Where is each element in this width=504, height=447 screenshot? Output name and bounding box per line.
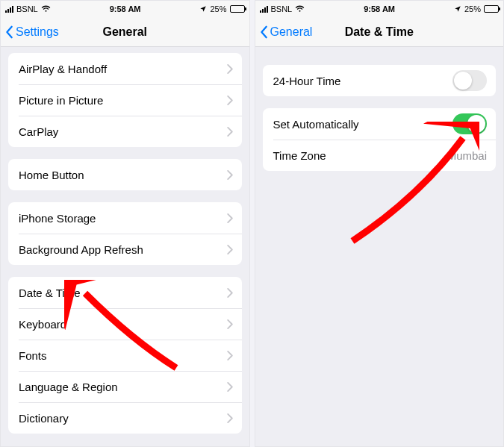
status-bar: BSNL 9:58 AM 25%	[1, 1, 249, 17]
row-carplay[interactable]: CarPlay	[8, 116, 242, 147]
chevron-right-icon	[227, 170, 233, 180]
chevron-right-icon	[227, 288, 233, 298]
screen-general: BSNL 9:58 AM 25% Settings General AirPla…	[0, 0, 250, 447]
row-24-hour-time: 24-Hour Time	[263, 65, 497, 96]
chevron-right-icon	[227, 382, 233, 392]
row-label: CarPlay	[19, 125, 58, 138]
settings-group: iPhone Storage Background App Refresh	[8, 202, 242, 265]
chevron-right-icon	[227, 245, 233, 254]
content-area: 24-Hour Time Set Automatically Time Zone…	[255, 47, 504, 446]
carrier-label: BSNL	[271, 4, 293, 13]
row-language-region[interactable]: Language & Region	[8, 371, 242, 402]
back-button[interactable]: General	[255, 25, 313, 39]
status-right: 25%	[454, 4, 499, 13]
chevron-left-icon	[5, 25, 14, 39]
clock-label: 9:58 AM	[110, 4, 141, 13]
screen-date-time: BSNL 9:58 AM 25% General Date & Time 24-…	[255, 0, 505, 447]
wifi-icon	[41, 5, 51, 13]
settings-group: Date & Time Keyboard Fonts Language & Re…	[8, 277, 242, 434]
row-label: 24-Hour Time	[273, 75, 341, 87]
chevron-right-icon	[227, 319, 233, 329]
row-fonts[interactable]: Fonts	[8, 340, 242, 371]
row-label: Picture in Picture	[19, 94, 103, 107]
chevron-left-icon	[260, 25, 269, 39]
carrier-label: BSNL	[16, 4, 38, 13]
nav-bar: General Date & Time	[255, 17, 504, 47]
row-label: Fonts	[19, 349, 47, 362]
back-label: Settings	[16, 25, 59, 39]
row-label: Date & Time	[19, 287, 81, 299]
settings-group: Home Button	[8, 159, 242, 190]
location-icon	[199, 5, 207, 13]
row-label: Background App Refresh	[19, 243, 143, 256]
battery-icon	[230, 5, 245, 13]
row-picture-in-picture[interactable]: Picture in Picture	[8, 84, 242, 116]
row-set-automatically: Set Automatically	[263, 108, 497, 140]
wifi-icon	[295, 5, 305, 13]
row-label: Language & Region	[19, 381, 118, 393]
battery-pct-label: 25%	[210, 4, 226, 13]
row-iphone-storage[interactable]: iPhone Storage	[8, 202, 242, 234]
cell-signal-icon	[5, 6, 13, 13]
chevron-right-icon	[227, 213, 233, 223]
toggle-set-automatically[interactable]	[452, 113, 487, 134]
back-label: General	[270, 25, 313, 39]
settings-group: Set Automatically Time Zone Mumbai	[263, 108, 497, 171]
settings-group: AirPlay & Handoff Picture in Picture Car…	[8, 53, 242, 147]
timezone-value: Mumbai	[447, 149, 487, 162]
settings-group: 24-Hour Time	[263, 65, 497, 96]
row-home-button[interactable]: Home Button	[8, 159, 242, 190]
clock-label: 9:58 AM	[364, 4, 395, 13]
row-label: Time Zone	[273, 149, 326, 162]
toggle-24-hour-time[interactable]	[452, 70, 487, 91]
row-background-app-refresh[interactable]: Background App Refresh	[8, 234, 242, 265]
row-time-zone[interactable]: Time Zone Mumbai	[263, 140, 497, 171]
status-left: BSNL	[5, 4, 51, 13]
chevron-right-icon	[227, 64, 233, 74]
row-airplay-handoff[interactable]: AirPlay & Handoff	[8, 53, 242, 84]
row-date-time[interactable]: Date & Time	[8, 277, 242, 308]
row-label: AirPlay & Handoff	[19, 63, 107, 75]
chevron-right-icon	[227, 96, 233, 105]
battery-pct-label: 25%	[464, 4, 481, 13]
chevron-right-icon	[227, 413, 233, 423]
content-area: AirPlay & Handoff Picture in Picture Car…	[1, 47, 249, 446]
row-keyboard[interactable]: Keyboard	[8, 308, 242, 340]
row-label: Home Button	[19, 169, 84, 181]
status-left: BSNL	[260, 4, 305, 13]
row-label: Keyboard	[19, 318, 66, 331]
row-dictionary[interactable]: Dictionary	[8, 402, 242, 434]
nav-bar: Settings General	[1, 17, 249, 47]
cell-signal-icon	[260, 6, 268, 13]
status-bar: BSNL 9:58 AM 25%	[255, 1, 504, 17]
status-right: 25%	[199, 4, 244, 13]
row-label: Dictionary	[19, 412, 69, 425]
back-button[interactable]: Settings	[1, 25, 59, 39]
location-icon	[454, 5, 461, 13]
row-label: Set Automatically	[273, 118, 359, 131]
row-label: iPhone Storage	[19, 212, 96, 225]
battery-icon	[484, 5, 499, 13]
chevron-right-icon	[227, 127, 233, 137]
chevron-right-icon	[227, 351, 233, 360]
